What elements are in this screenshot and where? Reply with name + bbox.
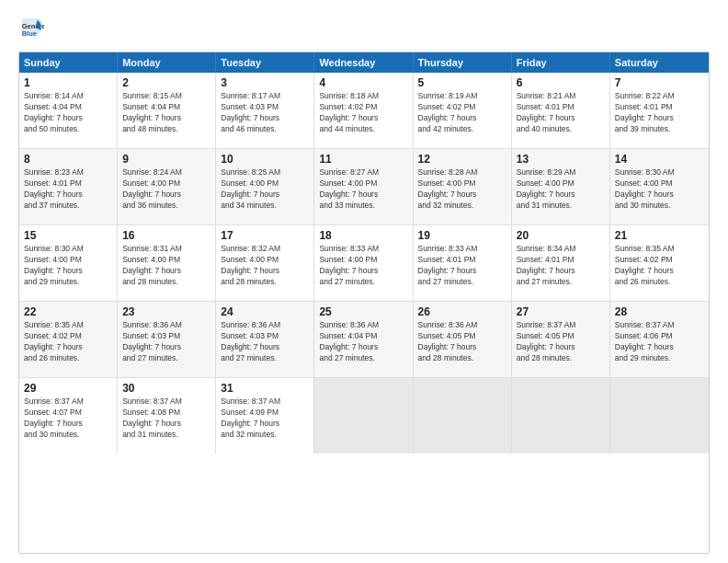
day-info: Sunrise: 8:14 AM Sunset: 4:04 PM Dayligh… [24, 91, 112, 135]
table-row: 4Sunrise: 8:18 AM Sunset: 4:02 PM Daylig… [314, 73, 413, 148]
day-info: Sunrise: 8:36 AM Sunset: 4:03 PM Dayligh… [122, 320, 210, 364]
day-info: Sunrise: 8:31 AM Sunset: 4:00 PM Dayligh… [122, 244, 210, 288]
day-info: Sunrise: 8:30 AM Sunset: 4:00 PM Dayligh… [24, 244, 112, 288]
table-row: 2Sunrise: 8:15 AM Sunset: 4:04 PM Daylig… [118, 73, 216, 148]
day-number: 11 [319, 153, 407, 166]
table-row [610, 378, 709, 454]
day-info: Sunrise: 8:22 AM Sunset: 4:01 PM Dayligh… [615, 91, 704, 135]
svg-text:Blue: Blue [22, 29, 37, 38]
table-row: 10Sunrise: 8:25 AM Sunset: 4:00 PM Dayli… [216, 149, 314, 224]
table-row: 24Sunrise: 8:36 AM Sunset: 4:03 PM Dayli… [216, 302, 314, 377]
logo-icon: General Blue [18, 17, 44, 42]
day-info: Sunrise: 8:37 AM Sunset: 4:09 PM Dayligh… [221, 396, 309, 441]
table-row: 15Sunrise: 8:30 AM Sunset: 4:00 PM Dayli… [19, 225, 118, 301]
day-info: Sunrise: 8:17 AM Sunset: 4:03 PM Dayligh… [221, 91, 309, 135]
calendar-body: 1Sunrise: 8:14 AM Sunset: 4:04 PM Daylig… [19, 73, 709, 454]
day-number: 30 [122, 382, 210, 395]
day-number: 4 [319, 76, 407, 89]
calendar: SundayMondayTuesdayWednesdayThursdayFrid… [18, 52, 710, 554]
day-info: Sunrise: 8:21 AM Sunset: 4:01 PM Dayligh… [517, 91, 605, 135]
table-row: 13Sunrise: 8:29 AM Sunset: 4:00 PM Dayli… [512, 149, 610, 224]
calendar-row-1: 1Sunrise: 8:14 AM Sunset: 4:04 PM Daylig… [19, 73, 709, 149]
table-row [512, 378, 610, 454]
calendar-row-5: 29Sunrise: 8:37 AM Sunset: 4:07 PM Dayli… [19, 378, 709, 454]
table-row: 1Sunrise: 8:14 AM Sunset: 4:04 PM Daylig… [19, 73, 118, 148]
day-info: Sunrise: 8:36 AM Sunset: 4:03 PM Dayligh… [221, 320, 309, 364]
calendar-row-2: 8Sunrise: 8:23 AM Sunset: 4:01 PM Daylig… [19, 149, 709, 225]
day-info: Sunrise: 8:37 AM Sunset: 4:06 PM Dayligh… [615, 320, 704, 364]
table-row: 5Sunrise: 8:19 AM Sunset: 4:02 PM Daylig… [414, 73, 512, 148]
table-row: 31Sunrise: 8:37 AM Sunset: 4:09 PM Dayli… [216, 378, 314, 454]
day-info: Sunrise: 8:37 AM Sunset: 4:05 PM Dayligh… [517, 320, 605, 364]
day-info: Sunrise: 8:29 AM Sunset: 4:00 PM Dayligh… [517, 167, 605, 212]
header-day-thursday: Thursday [414, 52, 512, 73]
day-number: 27 [517, 305, 605, 318]
day-number: 14 [615, 153, 704, 166]
table-row: 25Sunrise: 8:36 AM Sunset: 4:04 PM Dayli… [314, 302, 413, 377]
day-number: 16 [122, 229, 210, 242]
day-number: 24 [221, 305, 309, 318]
table-row: 26Sunrise: 8:36 AM Sunset: 4:05 PM Dayli… [414, 302, 512, 377]
logo: General Blue [18, 17, 44, 42]
table-row: 18Sunrise: 8:33 AM Sunset: 4:00 PM Dayli… [314, 225, 413, 301]
day-number: 25 [319, 305, 407, 318]
table-row: 27Sunrise: 8:37 AM Sunset: 4:05 PM Dayli… [512, 302, 610, 377]
day-number: 26 [418, 305, 506, 318]
day-number: 21 [615, 229, 704, 242]
day-info: Sunrise: 8:33 AM Sunset: 4:00 PM Dayligh… [319, 244, 407, 288]
calendar-header: SundayMondayTuesdayWednesdayThursdayFrid… [19, 52, 709, 73]
day-info: Sunrise: 8:35 AM Sunset: 4:02 PM Dayligh… [615, 244, 704, 288]
day-number: 7 [615, 76, 704, 89]
day-number: 6 [517, 76, 605, 89]
day-number: 12 [418, 153, 506, 166]
header-day-sunday: Sunday [19, 52, 118, 73]
day-info: Sunrise: 8:18 AM Sunset: 4:02 PM Dayligh… [319, 91, 407, 135]
header-day-friday: Friday [512, 52, 610, 73]
day-info: Sunrise: 8:25 AM Sunset: 4:00 PM Dayligh… [221, 167, 309, 212]
table-row: 28Sunrise: 8:37 AM Sunset: 4:06 PM Dayli… [610, 302, 709, 377]
day-info: Sunrise: 8:37 AM Sunset: 4:07 PM Dayligh… [24, 396, 112, 441]
day-number: 9 [122, 153, 210, 166]
day-number: 5 [418, 76, 506, 89]
day-info: Sunrise: 8:36 AM Sunset: 4:04 PM Dayligh… [319, 320, 407, 364]
day-info: Sunrise: 8:28 AM Sunset: 4:00 PM Dayligh… [418, 167, 506, 212]
day-number: 19 [418, 229, 506, 242]
day-info: Sunrise: 8:35 AM Sunset: 4:02 PM Dayligh… [24, 320, 112, 364]
day-info: Sunrise: 8:37 AM Sunset: 4:08 PM Dayligh… [122, 396, 210, 441]
day-number: 29 [24, 382, 112, 395]
day-number: 3 [221, 76, 309, 89]
day-number: 2 [122, 76, 210, 89]
page: General Blue SundayMondayTuesdayWednesda… [0, 0, 728, 563]
day-number: 1 [24, 76, 112, 89]
day-number: 20 [517, 229, 605, 242]
table-row: 23Sunrise: 8:36 AM Sunset: 4:03 PM Dayli… [118, 302, 216, 377]
day-number: 13 [517, 153, 605, 166]
day-info: Sunrise: 8:34 AM Sunset: 4:01 PM Dayligh… [517, 244, 605, 288]
table-row: 3Sunrise: 8:17 AM Sunset: 4:03 PM Daylig… [216, 73, 314, 148]
header-day-tuesday: Tuesday [216, 52, 314, 73]
day-number: 18 [319, 229, 407, 242]
table-row [314, 378, 413, 454]
day-info: Sunrise: 8:33 AM Sunset: 4:01 PM Dayligh… [418, 244, 506, 288]
day-number: 22 [24, 305, 112, 318]
day-number: 10 [221, 153, 309, 166]
table-row: 19Sunrise: 8:33 AM Sunset: 4:01 PM Dayli… [414, 225, 512, 301]
day-number: 15 [24, 229, 112, 242]
table-row: 29Sunrise: 8:37 AM Sunset: 4:07 PM Dayli… [19, 378, 118, 454]
day-info: Sunrise: 8:24 AM Sunset: 4:00 PM Dayligh… [122, 167, 210, 212]
table-row: 8Sunrise: 8:23 AM Sunset: 4:01 PM Daylig… [19, 149, 118, 224]
table-row: 20Sunrise: 8:34 AM Sunset: 4:01 PM Dayli… [512, 225, 610, 301]
day-info: Sunrise: 8:23 AM Sunset: 4:01 PM Dayligh… [24, 167, 112, 212]
table-row: 7Sunrise: 8:22 AM Sunset: 4:01 PM Daylig… [610, 73, 709, 148]
table-row [414, 378, 512, 454]
header-day-monday: Monday [118, 52, 216, 73]
day-number: 17 [221, 229, 309, 242]
table-row: 22Sunrise: 8:35 AM Sunset: 4:02 PM Dayli… [19, 302, 118, 377]
day-number: 8 [24, 153, 112, 166]
calendar-row-4: 22Sunrise: 8:35 AM Sunset: 4:02 PM Dayli… [19, 302, 709, 378]
day-number: 28 [615, 305, 704, 318]
day-info: Sunrise: 8:19 AM Sunset: 4:02 PM Dayligh… [418, 91, 506, 135]
day-info: Sunrise: 8:27 AM Sunset: 4:00 PM Dayligh… [319, 167, 407, 212]
day-info: Sunrise: 8:36 AM Sunset: 4:05 PM Dayligh… [418, 320, 506, 364]
day-info: Sunrise: 8:15 AM Sunset: 4:04 PM Dayligh… [122, 91, 210, 135]
